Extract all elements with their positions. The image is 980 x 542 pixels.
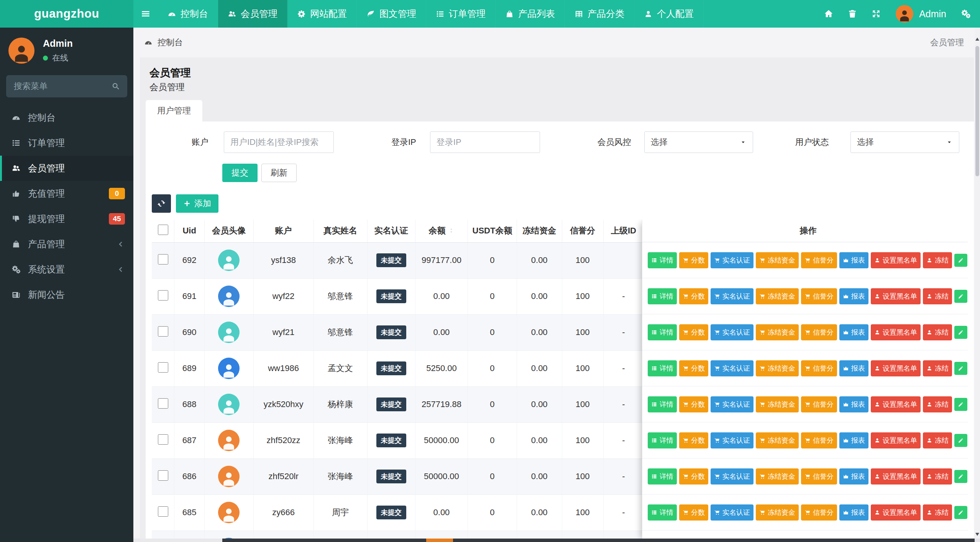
op-freeze-funds-button[interactable]: 冻结资金 xyxy=(756,360,799,376)
op-edit-button[interactable] xyxy=(954,506,967,519)
sidebar-item-系统设置[interactable]: 系统设置 xyxy=(0,257,133,282)
sidebar-item-订单管理[interactable]: 订单管理 xyxy=(0,130,133,156)
op-edit-button[interactable] xyxy=(954,470,967,483)
member-avatar[interactable] xyxy=(218,250,240,271)
tab-user-management[interactable]: 用户管理 xyxy=(146,100,202,122)
op-freeze-funds-button[interactable]: 冻结资金 xyxy=(756,504,799,521)
op-detail-button[interactable]: 详情 xyxy=(648,504,677,521)
op-score-button[interactable]: 分数 xyxy=(679,468,708,485)
op-real-name-auth-button[interactable]: 实名认证 xyxy=(711,432,753,448)
nav-item-产品列表[interactable]: 产品列表 xyxy=(496,0,565,28)
op-freeze-funds-button[interactable]: 冻结资金 xyxy=(756,432,799,448)
sidebar-item-会员管理[interactable]: 会员管理 xyxy=(0,156,133,181)
op-edit-button[interactable] xyxy=(954,254,967,267)
column-header[interactable]: 账户 xyxy=(253,220,314,242)
op-edit-button[interactable] xyxy=(954,290,967,303)
column-header[interactable]: 会员头像 xyxy=(204,220,253,242)
op-real-name-auth-button[interactable]: 实名认证 xyxy=(711,468,753,485)
breadcrumb[interactable]: 控制台 xyxy=(144,37,183,48)
op-credit-score-button[interactable]: 信誉分 xyxy=(801,468,837,485)
row-checkbox[interactable] xyxy=(158,398,168,409)
vertical-scrollbar[interactable] xyxy=(975,28,980,542)
op-credit-score-button[interactable]: 信誉分 xyxy=(801,432,837,448)
select-all-checkbox[interactable] xyxy=(158,225,168,235)
member-avatar[interactable] xyxy=(218,502,240,523)
op-real-name-auth-button[interactable]: 实名认证 xyxy=(711,396,753,412)
column-header[interactable]: 上级ID xyxy=(603,220,644,242)
op-score-button[interactable]: 分数 xyxy=(679,396,708,412)
reload-table-button[interactable] xyxy=(152,194,171,213)
nav-item-网站配置[interactable]: 网站配置 xyxy=(287,0,357,28)
sort-icon[interactable] xyxy=(448,228,454,235)
op-credit-score-button[interactable]: 信誉分 xyxy=(801,324,837,340)
nav-item-控制台[interactable]: 控制台 xyxy=(158,0,218,28)
member-avatar[interactable] xyxy=(218,430,240,451)
sidebar-toggle-button[interactable] xyxy=(133,0,158,28)
op-set-blacklist-button[interactable]: 设置黑名单 xyxy=(871,396,921,412)
op-credit-score-button[interactable]: 信誉分 xyxy=(801,252,837,268)
op-real-name-auth-button[interactable]: 实名认证 xyxy=(711,288,753,304)
op-real-name-auth-button[interactable]: 实名认证 xyxy=(711,360,753,376)
op-freeze-button[interactable]: 冻结 xyxy=(923,432,952,448)
nav-item-产品分类[interactable]: 产品分类 xyxy=(565,0,634,28)
op-report-button[interactable]: 报表 xyxy=(839,360,868,376)
fullscreen-icon[interactable] xyxy=(864,0,888,28)
scroll-down-arrow[interactable] xyxy=(975,533,979,536)
op-score-button[interactable]: 分数 xyxy=(679,504,708,521)
op-edit-button[interactable] xyxy=(954,362,967,375)
horizontal-scrollbar[interactable] xyxy=(133,539,975,542)
sidebar-item-充值管理[interactable]: 充值管理0 xyxy=(0,181,133,206)
op-freeze-button[interactable]: 冻结 xyxy=(923,468,952,485)
risk-select[interactable]: 选择 xyxy=(644,131,753,153)
home-icon[interactable] xyxy=(817,0,840,28)
op-set-blacklist-button[interactable]: 设置黑名单 xyxy=(871,252,921,268)
horizontal-scrollbar-thumb[interactable] xyxy=(222,539,975,542)
app-logo[interactable]: guangzhou xyxy=(0,0,133,28)
sidebar-item-产品管理[interactable]: 产品管理 xyxy=(0,232,133,257)
nav-item-会员管理[interactable]: 会员管理 xyxy=(218,0,287,28)
op-score-button[interactable]: 分数 xyxy=(679,432,708,448)
op-edit-button[interactable] xyxy=(954,326,967,339)
op-freeze-funds-button[interactable]: 冻结资金 xyxy=(756,468,799,485)
column-header[interactable]: Uid xyxy=(174,220,205,242)
user-status-select[interactable]: 选择 xyxy=(850,131,959,153)
column-header[interactable]: 冻结资金 xyxy=(517,220,562,242)
account-search-input[interactable] xyxy=(224,131,334,153)
row-checkbox[interactable] xyxy=(158,290,168,301)
sidebar-item-新闻公告[interactable]: 新闻公告 xyxy=(0,282,133,307)
breadcrumb-home[interactable]: 控制台 xyxy=(158,37,183,48)
op-credit-score-button[interactable]: 信誉分 xyxy=(801,504,837,521)
op-score-button[interactable]: 分数 xyxy=(679,252,708,268)
op-detail-button[interactable]: 详情 xyxy=(648,288,677,304)
row-checkbox[interactable] xyxy=(158,254,168,264)
op-freeze-funds-button[interactable]: 冻结资金 xyxy=(756,324,799,340)
op-set-blacklist-button[interactable]: 设置黑名单 xyxy=(871,504,921,521)
op-detail-button[interactable]: 详情 xyxy=(648,252,677,268)
nav-item-图文管理[interactable]: 图文管理 xyxy=(357,0,426,28)
op-detail-button[interactable]: 详情 xyxy=(648,324,677,340)
row-checkbox[interactable] xyxy=(158,434,168,445)
column-header[interactable]: 实名认证 xyxy=(367,220,415,242)
op-score-button[interactable]: 分数 xyxy=(679,324,708,340)
op-detail-button[interactable]: 详情 xyxy=(648,360,677,376)
op-credit-score-button[interactable]: 信誉分 xyxy=(801,396,837,412)
column-header[interactable]: 余额 xyxy=(415,220,468,242)
op-set-blacklist-button[interactable]: 设置黑名单 xyxy=(871,360,921,376)
op-detail-button[interactable]: 详情 xyxy=(648,468,677,485)
op-score-button[interactable]: 分数 xyxy=(679,360,708,376)
login-ip-input[interactable] xyxy=(430,131,540,153)
op-set-blacklist-button[interactable]: 设置黑名单 xyxy=(871,432,921,448)
admin-user-menu[interactable]: Admin xyxy=(888,5,954,23)
member-avatar[interactable] xyxy=(218,286,240,307)
op-real-name-auth-button[interactable]: 实名认证 xyxy=(711,252,753,268)
op-report-button[interactable]: 报表 xyxy=(839,432,868,448)
op-freeze-funds-button[interactable]: 冻结资金 xyxy=(756,288,799,304)
refresh-button[interactable]: 刷新 xyxy=(261,164,297,182)
nav-item-个人配置[interactable]: 个人配置 xyxy=(634,0,704,28)
member-avatar[interactable] xyxy=(218,322,240,343)
trash-icon[interactable] xyxy=(840,0,864,28)
row-checkbox[interactable] xyxy=(158,506,168,517)
op-freeze-button[interactable]: 冻结 xyxy=(923,396,952,412)
op-detail-button[interactable]: 详情 xyxy=(648,432,677,448)
op-report-button[interactable]: 报表 xyxy=(839,504,868,521)
